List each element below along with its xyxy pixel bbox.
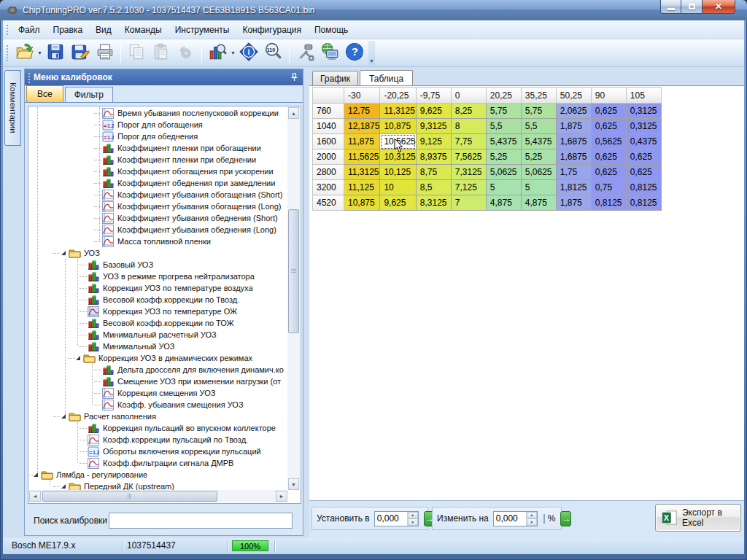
tree-item[interactable]: Коэфф.фильтрации сигнала ДМРВ [29,457,287,469]
percent-checkbox[interactable] [543,514,545,524]
table-cell[interactable]: 11,5625 [344,149,380,165]
spin-down-button[interactable]: ▼ [527,518,537,526]
menu-2[interactable]: Правка [47,23,90,37]
table-row-header[interactable]: 1040 [313,119,344,134]
tree-expand-icon[interactable] [76,356,80,360]
tree-item[interactable]: Смещение УОЗ при изменении нагрузки (от [29,376,287,387]
table-cell[interactable]: 11,125 [344,180,380,195]
tree-item[interactable]: Коэффициент обогащения при ускорении [29,166,287,177]
tree-item[interactable]: Весовой коэфф.коррекции по ТОЖ [29,317,287,329]
tree-folder[interactable]: Лямбда - регулирование [29,469,287,481]
table-cell[interactable]: 7,75 [451,134,486,149]
table-cell[interactable]: 0,625 [591,104,626,119]
tree-horizontal-scrollbar[interactable]: ◄ ► [29,490,287,502]
tree-item[interactable]: Коэффициент убывания обогащения (Long) [29,201,287,212]
menu-6[interactable]: Конфигурация [236,23,308,37]
spin-down-button[interactable]: ▼ [408,518,418,526]
table-row-header[interactable]: 2000 [313,149,344,165]
scroll-down-button[interactable]: ▼ [288,478,299,490]
table-row-header[interactable]: 2800 [313,165,344,180]
table-col-header[interactable]: 20,25 [486,88,521,104]
table-cell[interactable]: 11,3125 [344,165,380,180]
tree-item[interactable]: Минимальный расчетный УОЗ [29,329,287,341]
open-file-button[interactable] [12,42,36,65]
tab-graph[interactable]: График [312,71,358,85]
table-cell[interactable]: 5,25 [486,149,521,165]
menubar-grip[interactable] [5,23,9,36]
table-cell[interactable]: 8 [451,119,486,134]
panel-grip[interactable] [27,71,31,82]
scroll-left-button[interactable]: ◄ [29,491,41,502]
table-cell[interactable]: 1,6875 [556,149,591,165]
tools-button[interactable] [293,42,317,65]
table-cell[interactable]: 10,5625 [380,134,416,149]
tree-vertical-scrollbar[interactable]: ▲ ▼ [287,107,300,490]
close-button[interactable]: ✕ [702,0,735,14]
spin-up-button[interactable]: ▲ [527,512,537,519]
tree-item[interactable]: Коэфф. убывания смещения УОЗ [29,399,287,411]
maximize-button[interactable] [681,0,702,14]
table-cell[interactable]: 5,4375 [486,134,521,149]
table-cell[interactable]: 0,625 [591,165,626,180]
table-col-header[interactable]: -30 [344,88,380,104]
tab-filter[interactable]: Фильтр [65,87,113,102]
table-cell[interactable]: 9,3125 [416,119,451,134]
table-cell[interactable]: 5,25 [521,149,556,165]
table-col-header[interactable]: 50,25 [556,88,591,104]
tree-item[interactable]: =1.2Обороты включения коррекции пульсаци… [29,446,287,457]
dropdown-arrow-icon[interactable]: ▼ [36,42,43,65]
help-button[interactable]: ? [343,42,366,65]
table-cell[interactable]: 0,625 [626,165,661,180]
table-cell[interactable]: 1,875 [556,119,591,134]
table-cell[interactable]: 5,5 [521,119,556,134]
minimize-button[interactable] [660,0,681,14]
table-cell[interactable]: 5,0625 [486,165,521,180]
table-cell[interactable]: 5 [486,180,521,195]
table-cell[interactable]: 0,8125 [626,180,661,195]
table-row-header[interactable]: 3200 [313,180,344,195]
tree-item[interactable]: Коэфф.коррекции пульсаций по Твозд. [29,434,287,446]
table-cell[interactable]: 1,8125 [556,180,591,195]
calibration-search-input[interactable] [109,513,293,529]
table-cell[interactable]: 5 [521,180,556,195]
table-cell[interactable]: 12,75 [344,104,380,119]
table-cell[interactable]: 0,625 [591,119,626,134]
table-cell[interactable]: 10,875 [380,119,416,134]
tree-item[interactable]: Время убывания послепусковой коррекции [29,107,287,119]
save-button[interactable] [44,42,67,65]
tree-folder[interactable]: Расчет наполнения [29,411,287,422]
table-cell[interactable]: 10,125 [380,165,416,180]
tree-folder[interactable]: Коррекция УОЗ в динамических режимах [29,352,287,364]
table-cell[interactable]: 7 [451,195,486,211]
tree-item[interactable]: Коррекция УОЗ по температуре воздуха [29,282,287,294]
tree-item[interactable]: Коэффициент пленки при обеднении [29,154,287,166]
table-cell[interactable]: 8,9375 [416,149,451,165]
table-cell[interactable]: 10 [380,180,416,195]
table-cell[interactable]: 2,0625 [556,104,591,119]
table-cell[interactable]: 0,3125 [626,119,661,134]
save-edit-button[interactable] [69,42,92,65]
tree-item[interactable]: Коэффициент убывания обеднения (Long) [29,224,287,236]
network-button[interactable] [318,42,341,65]
tab-table[interactable]: Таблица [360,70,413,86]
table-col-header[interactable]: 105 [626,88,661,104]
table-cell[interactable]: 11,875 [344,134,380,149]
tree-folder[interactable]: УОЗ [29,247,287,259]
table-cell[interactable]: 4,875 [486,195,521,211]
table-cell[interactable]: 8,5 [416,180,451,195]
table-cell[interactable]: 7,125 [451,180,486,195]
tree-item[interactable]: Минимальный УОЗ [29,341,287,352]
tree-item[interactable]: Коэффициент обеднения при замедлении [29,177,287,189]
scroll-right-button[interactable]: ► [276,491,287,502]
table-cell[interactable]: 5,75 [521,104,556,119]
table-cell[interactable]: 10,3125 [380,149,416,165]
table-col-header[interactable]: 90 [591,88,626,104]
table-cell[interactable]: 5,75 [486,104,521,119]
table-cell[interactable]: 7,5625 [451,149,486,165]
tab-comments[interactable]: Комментарии [4,70,21,146]
table-cell[interactable]: 5,5 [486,119,521,134]
tree-expand-icon[interactable] [61,484,66,489]
chart-zoom-button[interactable] [206,42,229,65]
spin-up-button[interactable]: ▲ [408,512,418,519]
menu-4[interactable]: Команды [118,23,169,37]
